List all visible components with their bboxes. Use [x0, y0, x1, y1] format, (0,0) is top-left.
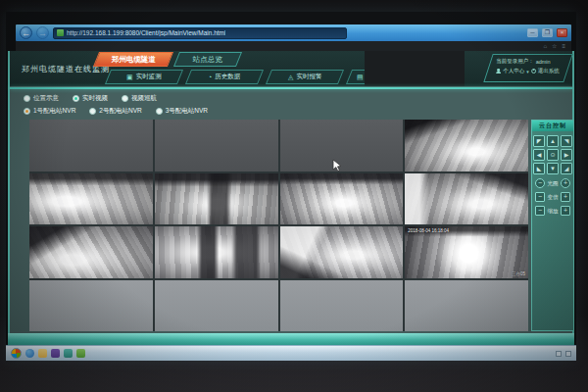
radio-dot	[24, 95, 30, 102]
tab-cable-tunnel[interactable]: 郑州电缆隧道	[93, 52, 173, 67]
radio-nvr-2[interactable]: 2号配电站NVR	[89, 107, 141, 116]
camera-feed-12[interactable]: 2018-08-04 16:18:04三台05	[405, 226, 528, 278]
radio-dot	[156, 108, 163, 115]
address-bar[interactable]: http://192.168.1.199:8080/Client/jsp/Mai…	[53, 27, 347, 39]
app-taskbar-icon[interactable]	[64, 349, 73, 358]
browser-taskbar-icon[interactable]	[25, 349, 34, 358]
camera-feed-11[interactable]	[280, 226, 404, 278]
scale-minus-button[interactable]: −	[535, 206, 545, 216]
windows-taskbar	[6, 345, 576, 361]
video-grid: 2018-08-04 16:18:04三台05	[29, 120, 528, 331]
toolbar-history-data-button[interactable]: ◔历史数据	[185, 70, 264, 84]
alarm-icon: ◬	[288, 74, 293, 80]
empty-cell[interactable]	[29, 120, 153, 172]
radio-nvr-1[interactable]: 1号配电站NVR	[24, 107, 75, 116]
view-mode-row: 位置示意 实时视频 视频巡航	[24, 92, 208, 105]
radio-dot	[89, 108, 96, 115]
ptz-panel: 云台控制 ◤▲◥◀⊙▶◣▼◢ − 光圈 + − 变倍 + − 缩放 +	[531, 120, 574, 331]
url-text: http://192.168.1.199:8080/Client/jsp/Mai…	[67, 29, 225, 36]
ptz-arrow-button-5[interactable]: ⊙	[547, 149, 559, 161]
logout-link[interactable]: 退出系统	[538, 68, 560, 74]
radio-dot-selected	[24, 108, 30, 115]
video-timestamp: 2018-08-04 16:18:04	[408, 228, 449, 233]
toolbar-realtime-monitor-button[interactable]: ▣实时监测	[105, 70, 183, 84]
monitor-screen: ← → http://192.168.1.199:8080/Client/jsp…	[6, 12, 576, 361]
ptz-zoom-row: − 变倍 +	[535, 192, 570, 202]
clipboard-icon: ▤	[357, 74, 364, 80]
radio-location-view[interactable]: 位置示意	[24, 94, 59, 103]
radio-dot-selected	[73, 95, 79, 102]
empty-cell[interactable]	[155, 280, 278, 332]
window-maximize-button[interactable]: ❐	[542, 28, 553, 37]
empty-cell[interactable]	[155, 120, 278, 172]
app-page: 郑州电缆隧道在线监测 郑州电缆隧道 站点总览 ▣实时监测 ◔历史数据 ◬实时报警…	[8, 51, 574, 333]
personal-center-link[interactable]: 个人中心	[503, 68, 524, 74]
ptz-arrow-button-4[interactable]: ◀	[533, 149, 545, 161]
ptz-arrow-button-2[interactable]: ▲	[547, 135, 559, 147]
radio-dot	[122, 95, 128, 102]
person-icon	[496, 69, 501, 74]
radio-nvr-3[interactable]: 3号配电站NVR	[156, 107, 208, 116]
radio-video-patrol[interactable]: 视频巡航	[122, 94, 157, 103]
camera-feed-9[interactable]	[29, 226, 153, 278]
iris-minus-button[interactable]: −	[535, 178, 545, 188]
home-icon[interactable]: ⌂	[543, 43, 547, 49]
tab-site-overview[interactable]: 站点总览	[173, 52, 242, 67]
toolbar-realtime-alarm-button[interactable]: ◬实时报警	[266, 70, 344, 84]
radio-realtime-video[interactable]: 实时视频	[73, 94, 108, 103]
header-divider	[10, 87, 572, 89]
username: admin	[536, 59, 551, 65]
system-tray-icon[interactable]	[565, 351, 571, 357]
ptz-arrow-grid: ◤▲◥◀⊙▶◣▼◢	[532, 135, 573, 174]
page-favicon	[57, 29, 64, 36]
ptz-arrow-button-1[interactable]: ◤	[533, 135, 545, 147]
video-camera-label: 三台05	[512, 271, 525, 276]
user-info-box: 当前登录用户： admin 个人中心 ▾ 退出系统	[483, 54, 572, 82]
camera-feed-10[interactable]	[155, 226, 278, 278]
page-footer-strip	[8, 333, 574, 345]
camera-feed-6[interactable]	[155, 173, 278, 225]
browser-titlebar: ← → http://192.168.1.199:8080/Client/jsp…	[16, 24, 571, 41]
window-close-button[interactable]: ×	[557, 28, 567, 37]
ptz-arrow-button-9[interactable]: ◢	[561, 163, 572, 174]
favorites-icon[interactable]: ☆	[552, 43, 557, 49]
start-button[interactable]	[11, 348, 22, 359]
ptz-arrow-button-6[interactable]: ▶	[561, 149, 572, 161]
empty-cell[interactable]	[280, 280, 404, 332]
app2-taskbar-icon[interactable]	[76, 349, 85, 358]
browser-menu-strip: ⌂ ☆ ≡	[16, 41, 571, 51]
scale-plus-button[interactable]: +	[561, 206, 570, 216]
browser-forward-button[interactable]: →	[36, 26, 49, 39]
power-icon	[531, 69, 536, 74]
app-header: 郑州电缆隧道在线监测 郑州电缆隧道 站点总览 ▣实时监测 ◔历史数据 ◬实时报警…	[10, 51, 572, 86]
ptz-scale-row: − 缩放 +	[535, 206, 570, 216]
zoom-minus-button[interactable]: −	[535, 192, 545, 202]
tools-icon[interactable]: ≡	[562, 43, 565, 49]
ptz-arrow-button-3[interactable]: ◥	[561, 135, 572, 147]
header-dark-patch	[365, 51, 465, 86]
empty-cell[interactable]	[405, 280, 528, 332]
browser-back-button[interactable]: ←	[20, 26, 32, 39]
camera-feed-8[interactable]	[405, 173, 528, 225]
explorer-taskbar-icon[interactable]	[38, 349, 47, 358]
ptz-arrow-button-8[interactable]: ▼	[547, 163, 559, 174]
ptz-arrow-button-7[interactable]: ◣	[533, 163, 545, 174]
nvr-channel-row: 1号配电站NVR 2号配电站NVR 3号配电站NVR	[24, 105, 208, 118]
window-minimize-button[interactable]: ─	[527, 28, 538, 37]
ptz-title: 云台控制	[532, 121, 573, 131]
mouse-cursor	[332, 159, 342, 176]
zoom-plus-button[interactable]: +	[561, 192, 570, 202]
ptz-iris-row: − 光圈 +	[535, 178, 570, 188]
control-rows: 位置示意 实时视频 视频巡航 1号配电站NVR 2号配电站N	[24, 92, 208, 118]
iris-plus-button[interactable]: +	[561, 178, 570, 188]
camera-feed-4[interactable]	[405, 120, 528, 172]
history-icon: ◔	[208, 74, 212, 80]
monitor-icon: ▣	[126, 74, 133, 80]
chevron-down-icon: ▾	[526, 69, 529, 74]
system-tray-icon[interactable]	[556, 351, 562, 357]
media-taskbar-icon[interactable]	[51, 349, 60, 358]
empty-cell[interactable]	[29, 280, 153, 332]
camera-feed-7[interactable]	[280, 173, 404, 225]
camera-feed-5[interactable]	[29, 173, 153, 225]
login-label: 当前登录用户：	[496, 58, 534, 65]
